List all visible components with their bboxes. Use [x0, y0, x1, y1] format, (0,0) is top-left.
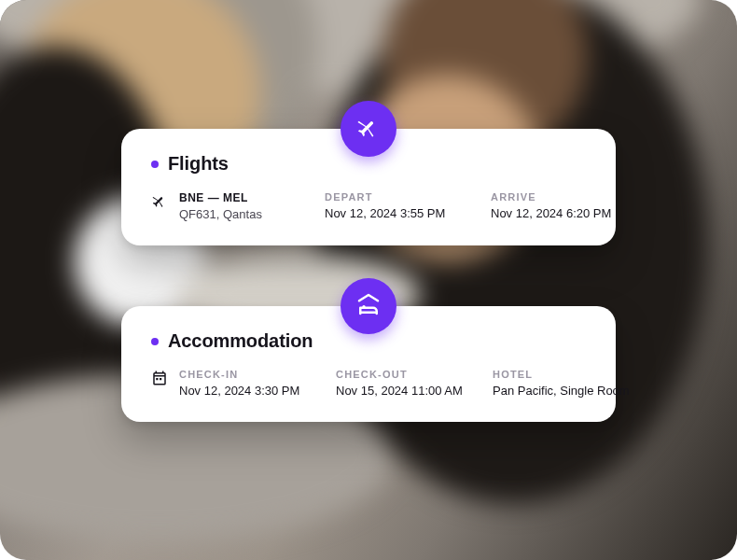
- airplane-icon: [151, 192, 168, 209]
- flights-number: QF631, Qantas: [179, 207, 262, 221]
- accommodation-hotel-col: HOTEL Pan Pacific, Single Room: [493, 369, 633, 398]
- flights-arrive-col: ARRIVE Nov 12, 2024 6:20 PM: [491, 191, 631, 221]
- calendar-icon: [151, 370, 168, 386]
- arrive-label: ARRIVE: [491, 191, 631, 203]
- flights-depart-col: DEPART Nov 12, 2024 3:55 PM: [325, 191, 465, 221]
- accommodation-checkin-col: CHECK-IN Nov 12, 2024 3:30 PM: [151, 369, 310, 398]
- svg-point-0: [362, 305, 365, 308]
- flights-route: BNE — MEL: [179, 191, 262, 204]
- flights-card: Flights BNE — MEL QF631, Qantas DEPART N…: [121, 129, 616, 245]
- accommodation-card: Accommodation CHECK-IN Nov 12, 2024 3:30…: [121, 306, 616, 422]
- flights-title: Flights: [168, 153, 229, 175]
- hotel-value: Pan Pacific, Single Room: [493, 384, 633, 398]
- hotel-label: HOTEL: [493, 369, 633, 380]
- checkin-label: CHECK-IN: [179, 369, 299, 380]
- bullet-dot: [151, 161, 159, 168]
- bullet-dot: [151, 338, 159, 345]
- flights-route-col: BNE — MEL QF631, Qantas: [151, 191, 299, 221]
- flights-badge: [341, 101, 396, 157]
- arrive-value: Nov 12, 2024 6:20 PM: [491, 206, 631, 220]
- airplane-icon: [355, 114, 382, 144]
- accommodation-badge: [341, 278, 396, 334]
- accommodation-checkout-col: CHECK-OUT Nov 15, 2024 11:00 AM: [336, 369, 466, 398]
- accommodation-title: Accommodation: [168, 330, 313, 352]
- checkin-value: Nov 12, 2024 3:30 PM: [179, 384, 299, 398]
- checkout-label: CHECK-OUT: [336, 369, 466, 380]
- bed-icon: [355, 290, 382, 322]
- depart-label: DEPART: [325, 191, 465, 203]
- stage: Flights BNE — MEL QF631, Qantas DEPART N…: [0, 0, 737, 560]
- depart-value: Nov 12, 2024 3:55 PM: [325, 206, 465, 220]
- checkout-value: Nov 15, 2024 11:00 AM: [336, 384, 466, 398]
- flights-columns: BNE — MEL QF631, Qantas DEPART Nov 12, 2…: [151, 191, 586, 221]
- accommodation-columns: CHECK-IN Nov 12, 2024 3:30 PM CHECK-OUT …: [151, 369, 586, 398]
